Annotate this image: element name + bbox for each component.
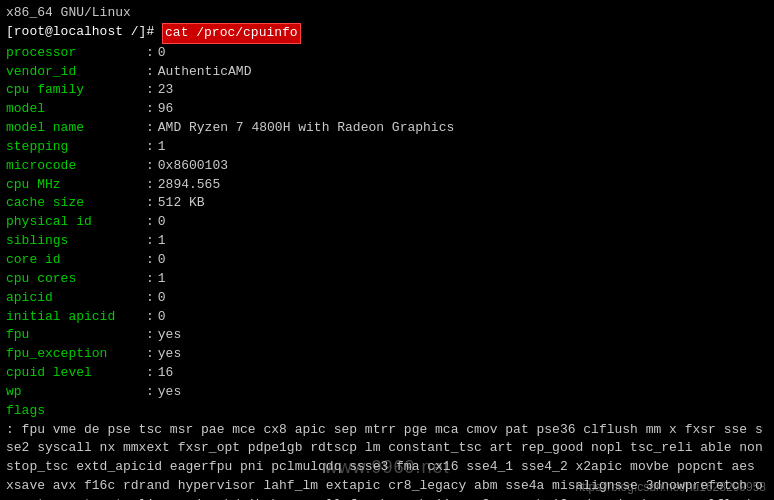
flags-row: flags : fpu vme de pse tsc msr pae mce c… — [6, 402, 768, 500]
info-val-siblings: 1 — [158, 232, 166, 251]
info-val-microcode: 0x8600103 — [158, 157, 228, 176]
info-row: cpuid level: 16 — [6, 364, 768, 383]
info-separator: : — [146, 270, 154, 289]
info-separator: : — [146, 63, 154, 82]
info-separator: : — [146, 308, 154, 327]
info-separator: : — [146, 138, 154, 157]
info-key-wp: wp — [6, 383, 146, 402]
prompt: [root@localhost /]# — [6, 23, 162, 44]
info-separator: : — [146, 364, 154, 383]
header-text: x86_64 GNU/Linux — [6, 4, 131, 23]
info-key-cache-size: cache size — [6, 194, 146, 213]
info-row: physical id: 0 — [6, 213, 768, 232]
info-val-stepping: 1 — [158, 138, 166, 157]
info-val-cache-size: 512 KB — [158, 194, 205, 213]
info-row: wp: yes — [6, 383, 768, 402]
info-key-cpu-family: cpu family — [6, 81, 146, 100]
info-row: cpu cores: 1 — [6, 270, 768, 289]
info-val-cpu-MHz: 2894.565 — [158, 176, 220, 195]
info-val-wp: yes — [158, 383, 181, 402]
info-key-fpu_exception: fpu_exception — [6, 345, 146, 364]
info-separator: : — [146, 251, 154, 270]
info-key-model: model — [6, 100, 146, 119]
info-row: vendor_id: AuthenticAMD — [6, 63, 768, 82]
info-key-vendor_id: vendor_id — [6, 63, 146, 82]
flags-value: : fpu vme de pse tsc msr pae mce cx8 api… — [6, 421, 768, 500]
info-row: initial apicid: 0 — [6, 308, 768, 327]
info-separator: : — [146, 326, 154, 345]
command-text: cat /proc/cpuinfo — [162, 23, 301, 44]
info-val-cpu-cores: 1 — [158, 270, 166, 289]
info-separator: : — [146, 176, 154, 195]
info-row: model: 96 — [6, 100, 768, 119]
info-row: stepping: 1 — [6, 138, 768, 157]
info-sep — [146, 402, 154, 421]
info-separator: : — [146, 383, 154, 402]
info-val-model-name: AMD Ryzen 7 4800H with Radeon Graphics — [158, 119, 454, 138]
info-key-model-name: model name — [6, 119, 146, 138]
info-key-processor: processor — [6, 44, 146, 63]
info-separator: : — [146, 289, 154, 308]
info-key-initial-apicid: initial apicid — [6, 308, 146, 327]
info-val-model: 96 — [158, 100, 174, 119]
info-key-siblings: siblings — [6, 232, 146, 251]
info-key-cpu-cores: cpu cores — [6, 270, 146, 289]
info-separator: : — [146, 232, 154, 251]
info-val-vendor_id: AuthenticAMD — [158, 63, 252, 82]
info-val-core-id: 0 — [158, 251, 166, 270]
info-val-cpu-family: 23 — [158, 81, 174, 100]
info-separator: : — [146, 119, 154, 138]
info-val-physical-id: 0 — [158, 213, 166, 232]
info-row: apicid: 0 — [6, 289, 768, 308]
info-val-cpuid-level: 16 — [158, 364, 174, 383]
info-separator: : — [146, 194, 154, 213]
info-separator: : — [146, 100, 154, 119]
info-key: flags — [6, 402, 146, 421]
info-key-microcode: microcode — [6, 157, 146, 176]
info-separator: : — [146, 81, 154, 100]
command-line: [root@localhost /]# cat /proc/cpuinfo — [6, 23, 768, 44]
info-row: microcode: 0x8600103 — [6, 157, 768, 176]
info-key-fpu: fpu — [6, 326, 146, 345]
info-separator: : — [146, 213, 154, 232]
info-key-stepping: stepping — [6, 138, 146, 157]
info-row: fpu: yes — [6, 326, 768, 345]
info-row: fpu_exception: yes — [6, 345, 768, 364]
info-key-cpu-MHz: cpu MHz — [6, 176, 146, 195]
info-row: core id: 0 — [6, 251, 768, 270]
info-key-core-id: core id — [6, 251, 146, 270]
info-key-physical-id: physical id — [6, 213, 146, 232]
info-val-fpu_exception: yes — [158, 345, 181, 364]
info-row: cache size: 512 KB — [6, 194, 768, 213]
info-key-apicid: apicid — [6, 289, 146, 308]
info-row: cpu family: 23 — [6, 81, 768, 100]
info-separator: : — [146, 44, 154, 63]
info-separator: : — [146, 345, 154, 364]
info-key-cpuid-level: cpuid level — [6, 364, 146, 383]
header-line: x86_64 GNU/Linux — [6, 4, 768, 23]
info-val-initial-apicid: 0 — [158, 308, 166, 327]
cpu-info-block: processor: 0vendor_id: AuthenticAMDcpu f… — [6, 44, 768, 500]
info-row: model name: AMD Ryzen 7 4800H with Radeo… — [6, 119, 768, 138]
info-row: processor: 0 — [6, 44, 768, 63]
info-val-fpu: yes — [158, 326, 181, 345]
info-val-processor: 0 — [158, 44, 166, 63]
info-row: siblings: 1 — [6, 232, 768, 251]
info-separator: : — [146, 157, 154, 176]
terminal-window: x86_64 GNU/Linux [root@localhost /]# cat… — [0, 0, 774, 500]
info-row: cpu MHz: 2894.565 — [6, 176, 768, 195]
info-val-apicid: 0 — [158, 289, 166, 308]
